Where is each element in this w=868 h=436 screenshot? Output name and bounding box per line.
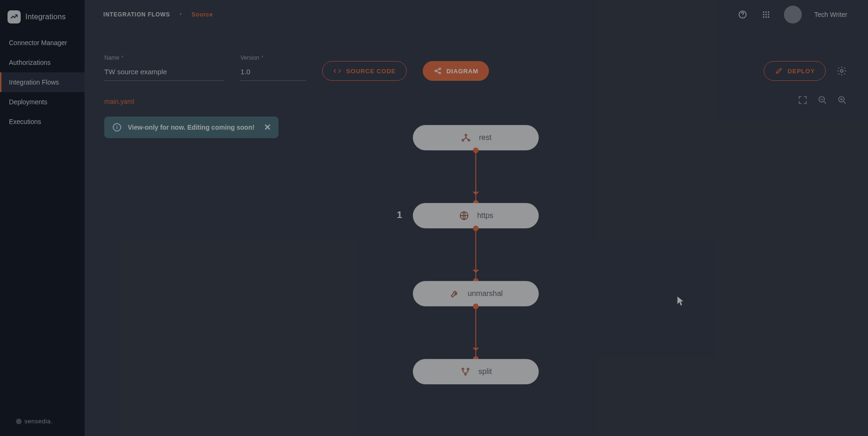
canvas: main.yaml i View-only for now. Editing c… <box>104 92 847 436</box>
flow-node[interactable]: 1 https <box>413 203 539 228</box>
zoom-out-icon[interactable] <box>817 95 828 105</box>
file-tab[interactable]: main.yaml <box>104 92 847 111</box>
sidebar-item-integration-flows[interactable]: Integration Flows <box>0 72 85 92</box>
brand: Integrations <box>0 0 85 33</box>
brand-title: Integrations <box>25 13 66 21</box>
deploy-button[interactable]: DEPLOY <box>764 61 826 81</box>
svg-point-21 <box>462 368 464 370</box>
label-text: Name <box>104 54 119 61</box>
flow-node[interactable]: rest <box>413 125 539 150</box>
breadcrumb-root[interactable]: INTEGRATION FLOWS <box>103 11 170 18</box>
sidebar-item-label: Authorizations <box>9 59 51 66</box>
sidebar-nav: Connector Manager Authorizations Integra… <box>0 33 85 132</box>
node-label: unmarshal <box>468 289 503 298</box>
vendor-mark: sensedia. <box>0 409 85 436</box>
required-mark: * <box>261 54 264 61</box>
name-field-group: Name* <box>104 54 225 81</box>
svg-point-10 <box>768 16 769 18</box>
file-tab-label: main.yaml <box>104 98 134 105</box>
sidebar-item-deployments[interactable]: Deployments <box>0 92 85 112</box>
flow-edge <box>475 228 476 281</box>
svg-point-3 <box>766 11 767 13</box>
svg-point-23 <box>465 374 466 375</box>
sidebar-item-executions[interactable]: Executions <box>0 112 85 132</box>
sidebar-item-connector-manager[interactable]: Connector Manager <box>0 33 85 53</box>
flow-diagram: rest 1 https unmarshal <box>413 125 539 384</box>
brand-logo-icon <box>8 10 21 23</box>
node-label: https <box>477 211 494 220</box>
share-icon <box>434 67 442 75</box>
canvas-toolbar <box>798 95 847 105</box>
name-input[interactable] <box>104 64 225 81</box>
required-mark: * <box>121 54 124 61</box>
rocket-icon <box>775 67 783 75</box>
version-input[interactable] <box>240 64 306 81</box>
svg-point-22 <box>467 368 469 370</box>
svg-point-7 <box>768 14 769 16</box>
sidebar-item-label: Executions <box>9 118 41 125</box>
name-label: Name* <box>104 54 225 61</box>
header-actions: DEPLOY <box>764 61 847 81</box>
svg-point-11 <box>434 70 436 71</box>
source-code-button[interactable]: SOURCE CODE <box>322 61 407 81</box>
svg-point-9 <box>766 16 767 18</box>
vendor-text: sensedia. <box>24 418 53 425</box>
sidebar-item-label: Deployments <box>9 98 47 106</box>
settings-icon[interactable] <box>836 65 847 77</box>
svg-point-13 <box>439 72 440 74</box>
svg-point-1 <box>743 16 743 17</box>
button-label: DIAGRAM <box>447 68 479 75</box>
apps-icon[interactable] <box>760 9 772 20</box>
flow-edge <box>475 306 476 359</box>
flow-edge <box>475 150 476 203</box>
fit-icon[interactable] <box>798 95 808 105</box>
zoom-in-icon[interactable] <box>837 95 847 105</box>
view-only-alert: i View-only for now. Editing coming soon… <box>104 117 279 138</box>
svg-point-4 <box>768 11 769 13</box>
version-label: Version* <box>240 54 306 61</box>
alert-text: View-only for now. Editing coming soon! <box>128 124 255 131</box>
branch-icon <box>460 366 471 377</box>
topbar: INTEGRATION FLOWS Source Tech Writer <box>85 0 868 29</box>
svg-point-14 <box>840 70 843 72</box>
svg-point-17 <box>465 134 467 136</box>
button-label: DEPLOY <box>788 68 815 75</box>
avatar[interactable] <box>784 6 802 23</box>
info-icon: i <box>113 123 121 132</box>
flow-node[interactable]: split <box>413 359 539 384</box>
topbar-right: Tech Writer <box>737 6 847 23</box>
node-label: split <box>479 367 492 376</box>
help-icon[interactable] <box>737 9 748 20</box>
breadcrumb: INTEGRATION FLOWS Source <box>103 11 213 18</box>
code-icon <box>333 67 341 75</box>
chevron-right-icon <box>178 11 183 18</box>
graph-icon <box>460 132 472 143</box>
sidebar-item-label: Connector Manager <box>9 39 67 47</box>
label-text: Version <box>240 54 259 61</box>
svg-point-2 <box>763 11 765 13</box>
header-row: Name* Version* SOURCE CODE DIAGRAM DEPLO… <box>104 38 847 81</box>
close-icon[interactable]: ✕ <box>264 123 271 132</box>
step-number: 1 <box>397 210 402 220</box>
breadcrumb-current: Source <box>192 11 213 18</box>
wrench-icon <box>449 288 460 299</box>
diagram-button[interactable]: DIAGRAM <box>423 61 489 81</box>
sidebar-item-label: Integration Flows <box>9 78 59 86</box>
flow-node[interactable]: unmarshal <box>413 281 539 306</box>
svg-point-8 <box>763 16 765 18</box>
svg-point-12 <box>439 68 440 70</box>
globe-icon <box>458 210 470 221</box>
svg-point-5 <box>763 14 765 16</box>
version-field-group: Version* <box>240 54 306 81</box>
vendor-dot-icon <box>16 419 22 424</box>
button-label: SOURCE CODE <box>346 68 396 75</box>
svg-point-6 <box>766 14 767 16</box>
sidebar-item-authorizations[interactable]: Authorizations <box>0 53 85 72</box>
user-name: Tech Writer <box>814 11 847 18</box>
sidebar: Integrations Connector Manager Authoriza… <box>0 0 85 436</box>
node-label: rest <box>479 133 492 142</box>
